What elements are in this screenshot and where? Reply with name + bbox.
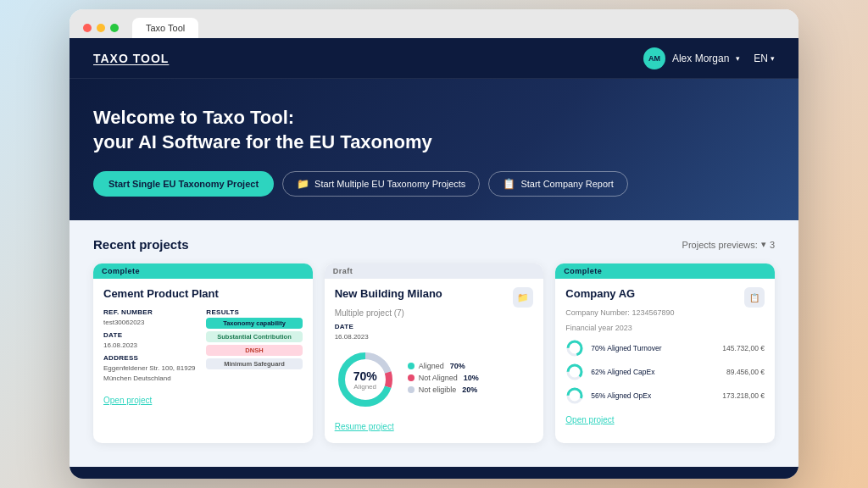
projects-grid: Complete Cement Product Plant Ref. Numbe… [93,263,775,443]
hero-title: Welcome to Taxo Tool: your AI Software f… [93,106,775,154]
project-card-milano: Draft New Building Milano Multiple proje… [325,263,544,443]
resume-project-link[interactable]: Resume project [335,422,394,431]
metric-inner-opex: 56% Aligned OpEx 173.218,00 € [591,391,765,400]
card-title: Cement Product Plant [103,287,303,302]
app-container: TAXO TOOL AM Alex Morgan ▾ EN ▾ Welcome … [70,38,798,479]
user-menu[interactable]: AM Alex Morgan ▾ [643,47,740,69]
language-label: EN [754,53,768,64]
project-card-cement: Complete Cement Product Plant Ref. Numbe… [93,263,313,443]
financial-year: Financial year 2023 [565,324,765,332]
card-badge-draft: Draft [325,263,544,279]
browser-tab[interactable]: Taxo Tool [132,18,198,38]
project-card-company: Complete Company AG Company Number: 1234… [555,263,775,443]
card-badge-complete-company: Complete [555,263,775,279]
legend-aligned-pct: 70% [450,362,465,370]
user-chevron-icon: ▾ [736,54,740,63]
header: TAXO TOOL AM Alex Morgan ▾ EN ▾ [70,38,798,79]
legend-not-aligned-label: Not Aligned [419,374,458,382]
hero-buttons: Start Single EU Taxonomy Project 📁 Start… [93,171,775,197]
card-subtitle: Multiple project (7) [335,308,442,318]
avatar: AM [643,47,665,69]
browser-window: Taxo Tool TAXO TOOL AM Alex Morgan ▾ EN … [70,9,798,479]
header-right: AM Alex Morgan ▾ EN ▾ [643,47,775,69]
metric-opex-label: 56% Aligned OpEx [591,391,651,400]
card-title-col: New Building Milano Multiple project (7) [335,287,442,323]
close-dot[interactable] [83,24,92,32]
not-aligned-dot [408,374,415,381]
legend-not-aligned: Not Aligned 10% [408,374,534,382]
turnover-arc [565,339,584,358]
legend-not-eligible-pct: 20% [462,385,477,394]
donut-center: 70% Aligned [353,369,377,391]
not-eligible-dot [408,386,415,393]
legend-not-aligned-pct: 10% [464,374,479,382]
card-body: Cement Product Plant Ref. Number test300… [93,279,313,417]
legend-not-eligible-label: Not eligible [419,385,457,394]
card-badge-complete: Complete [93,263,313,279]
start-multiple-projects-button[interactable]: 📁 Start Multiple EU Taxonomy Projects [282,171,480,197]
start-single-project-button[interactable]: Start Single EU Taxonomy Project [93,171,274,197]
legend-aligned: Aligned 70% [408,362,534,370]
donut-pct: 70% [353,369,377,383]
metric-capex-value: 89.456,00 € [726,368,765,376]
capex-arc [565,363,584,381]
card-header-row-company: Company AG Company Number: 1234567890 📋 [565,287,765,324]
section-header: Recent projects Projects previews: ▾ 3 [93,237,775,252]
projects-preview: Projects previews: ▾ 3 [682,239,775,250]
minimize-dot[interactable] [97,24,105,32]
tag-substantial: Substantial Contribution [206,331,302,342]
maximize-dot[interactable] [110,24,119,32]
card-header-row: New Building Milano Multiple project (7)… [335,287,534,323]
company-title-col: Company AG Company Number: 1234567890 [565,287,674,324]
metric-inner-capex: 62% Aligned CapEx 89.456,00 € [591,368,765,376]
tag-taxonomy: Taxonomy capability [206,318,302,329]
section-title: Recent projects [93,237,189,252]
folder-action-icon[interactable]: 📁 [513,287,533,308]
legend-not-eligible: Not eligible 20% [408,385,534,394]
donut-chart: 70% Aligned [335,349,396,410]
report-icon: 📋 [503,178,515,190]
result-tags: Taxonomy capability Substantial Contribu… [206,318,302,369]
metric-opex-value: 173.218,00 € [722,391,765,400]
detail-left: Ref. Number test30062023 Date 16.08.2023… [103,308,199,384]
main-content: Recent projects Projects previews: ▾ 3 C… [70,220,798,467]
metric-inner: 70% Aligned Turnover 145.732,00 € [591,344,765,352]
card-body-milano: New Building Milano Multiple project (7)… [325,279,544,443]
company-number: Company Number: 1234567890 [565,308,674,317]
detail-right: Results Taxonomy capability Substantial … [206,308,302,384]
tag-dnsh: DNSH [206,345,302,356]
metric-turnover: 70% Aligned Turnover 145.732,00 € [565,339,765,358]
opex-arc [565,386,584,405]
metric-turnover-label: 70% Aligned Turnover [591,344,661,352]
donut-label: Aligned [353,383,377,391]
card-details: Ref. Number test30062023 Date 16.08.2023… [103,308,303,384]
donut-legend: Aligned 70% Not Aligned 10% [408,362,534,397]
metric-capex-label: 62% Aligned CapEx [591,368,654,376]
report-icon-button[interactable]: 📋 [744,287,765,308]
logo: TAXO TOOL [93,52,169,65]
browser-chrome: Taxo Tool [70,9,798,38]
legend-aligned-label: Aligned [419,362,444,370]
donut-container: 70% Aligned Aligned 70% [335,349,534,410]
metric-turnover-value: 145.732,00 € [722,344,765,352]
tag-minimum: Minimum Safeguard [206,358,302,369]
card-title-milano: New Building Milano [335,287,442,302]
hero-section: Welcome to Taxo Tool: your AI Software f… [70,79,798,220]
folder-icon: 📁 [297,178,309,190]
start-company-report-button[interactable]: 📋 Start Company Report [488,171,627,197]
chevron-down-icon: ▾ [761,239,766,250]
lang-chevron-icon: ▾ [771,54,775,63]
open-project-link-company[interactable]: Open project [565,415,614,424]
aligned-dot [408,363,415,369]
metric-opex: 56% Aligned OpEx 173.218,00 € [565,386,765,405]
card-body-company: Company AG Company Number: 1234567890 📋 … [555,279,775,436]
card-title-company: Company AG [565,287,674,302]
open-project-link-cement[interactable]: Open project [103,396,152,405]
user-name: Alex Morgan [672,53,729,64]
metric-capex: 62% Aligned CapEx 89.456,00 € [565,363,765,381]
language-selector[interactable]: EN ▾ [754,53,775,64]
